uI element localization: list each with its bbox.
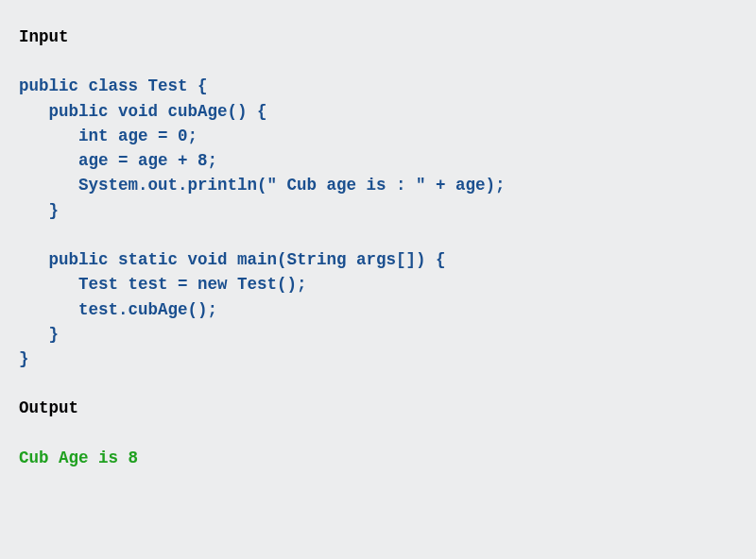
output-heading: Output [19, 396, 737, 420]
input-heading: Input [19, 25, 737, 49]
code-block: public class Test { public void cubAge()… [19, 74, 737, 371]
output-text: Cub Age is 8 [19, 446, 737, 470]
